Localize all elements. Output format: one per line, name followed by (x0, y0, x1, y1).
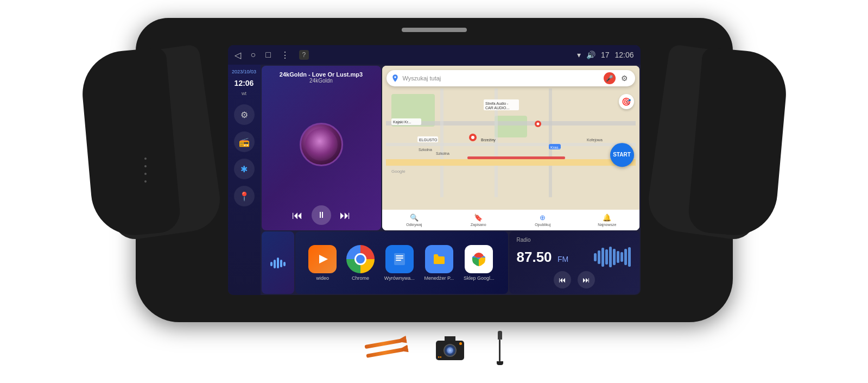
radio-controls: ⏮ ⏭ (517, 271, 632, 288)
next-track-button[interactable]: ⏭ (340, 209, 351, 222)
radio-label: Radio (517, 237, 632, 243)
sidebar-bluetooth-btn[interactable]: ✱ (234, 159, 255, 179)
sidebar-settings-btn[interactable]: ⚙ (234, 104, 255, 125)
map-search-text: Wyszukaj tutaj (403, 75, 441, 81)
radio-next-btn[interactable]: ⏭ (578, 271, 595, 288)
app-item-menedzer[interactable]: Menedżer P... (424, 245, 454, 281)
svg-text:Kajaki Kr...: Kajaki Kr... (393, 120, 411, 124)
svg-point-14 (536, 123, 539, 125)
app-launcher: wideo Chrome (295, 231, 508, 294)
svg-text:Brzeżiny: Brzeżiny (481, 138, 496, 142)
map-settings-icon[interactable]: ⚙ (619, 72, 631, 84)
svg-text:Kras...: Kras... (550, 146, 561, 149)
svg-rect-32 (280, 260, 282, 267)
back-button[interactable]: ◁ (235, 50, 241, 60)
radio-widget: Radio 87.50 FM (509, 231, 639, 294)
radio-band: FM (557, 255, 568, 263)
map-search-bar[interactable]: Wyszukaj tutaj 🎤 ⚙ (387, 70, 635, 86)
question-icon: ? (299, 50, 309, 60)
music-controls: ⏮ ⏸ ⏭ (267, 205, 376, 225)
svg-rect-4 (386, 121, 636, 125)
app-item-sklep[interactable]: Sklep Googl... (464, 245, 495, 281)
sidebar-location-btn[interactable]: 📍 (234, 186, 255, 206)
volume-level: 17 (601, 51, 610, 59)
radio-prev-btn[interactable]: ⏮ (554, 271, 571, 288)
svg-text:CAR AUDIO...: CAR AUDIO... (485, 106, 509, 110)
app-label-chrome: Chrome (352, 275, 369, 281)
music-wave-icon (269, 254, 287, 272)
status-bar: ◁ ○ □ ⋮ ? ▾ 🔊 17 12:06 (228, 45, 641, 65)
aux-cable (497, 331, 503, 365)
svg-rect-30 (274, 260, 276, 268)
prev-track-button[interactable]: ⏮ (292, 209, 303, 222)
wifi-icon: ▾ (577, 51, 581, 59)
music-player: 24kGoldn - Love Or Lust.mp3 24kGoldn ⏮ ⏸… (262, 66, 381, 230)
map-bottom-nav: 🔍 Odkrywaj 🔖 Zapisano ⊕ (382, 210, 639, 230)
app-label-sklep: Sklep Googl... (464, 275, 495, 281)
svg-rect-8 (549, 89, 552, 197)
app-item-wyrownywa[interactable]: Wyrównywa... (384, 245, 415, 281)
svg-text:Kofejowa: Kofejowa (587, 138, 603, 142)
svg-text:Szkolna: Szkolna (419, 148, 432, 152)
sidebar-day: wt (242, 91, 246, 96)
app-item-wideo[interactable]: wideo (308, 245, 337, 281)
svg-rect-9 (386, 159, 636, 166)
recent-button[interactable]: □ (265, 50, 271, 60)
map-nav-najnowsze[interactable]: 🔔 Najnowsze (575, 210, 639, 230)
map-start-btn[interactable]: START (610, 143, 634, 167)
map-nav-zapisano[interactable]: 🔖 Zapisano (446, 210, 511, 230)
app-label-wyrownywa: Wyrównywa... (384, 275, 415, 281)
map-widget: Wyszukaj tutaj 🎤 ⚙ (382, 66, 639, 230)
radio-frequency: 87.50 (517, 249, 552, 265)
pry-tools (364, 338, 404, 358)
svg-rect-35 (394, 253, 405, 265)
map-location-btn[interactable]: 🎯 (619, 94, 634, 109)
music-artist: 24kGoldn (267, 78, 376, 84)
accessories: ●● (365, 331, 503, 365)
svg-text:Google: Google (391, 169, 406, 174)
svg-rect-37 (396, 258, 403, 259)
map-mic-btn[interactable]: 🎤 (604, 72, 616, 84)
svg-rect-31 (277, 258, 279, 268)
volume-icon: 🔊 (586, 51, 595, 59)
svg-rect-36 (396, 255, 403, 256)
sidebar-radio-btn[interactable]: 📻 (234, 131, 255, 152)
map-nav-opublikuj[interactable]: ⊕ Opublikuj (511, 210, 575, 230)
svg-rect-10 (467, 156, 565, 159)
bottom-music-widget[interactable] (262, 231, 294, 294)
svg-text:Szkolna: Szkolna (436, 152, 449, 155)
sidebar-time: 12:06 (235, 79, 254, 87)
svg-text:Strefa Audio -: Strefa Audio - (485, 102, 509, 105)
sidebar-date: 2023/10/03 (232, 69, 256, 74)
menu-button[interactable]: ⋮ (281, 50, 289, 60)
screen: ◁ ○ □ ⋮ ? ▾ 🔊 17 12:06 2023/10/03 12:06 … (228, 45, 641, 295)
app-label-wideo: wideo (316, 275, 330, 281)
svg-point-12 (471, 136, 474, 139)
backup-camera: ●● (436, 336, 464, 360)
svg-rect-5 (386, 143, 636, 146)
svg-marker-34 (319, 255, 328, 263)
svg-rect-33 (283, 262, 286, 266)
top-bar (402, 28, 467, 32)
album-art (300, 123, 343, 166)
svg-rect-38 (396, 260, 401, 261)
svg-rect-3 (495, 116, 527, 137)
svg-rect-6 (440, 89, 443, 197)
app-item-chrome[interactable]: Chrome (346, 245, 375, 281)
map-nav-odkrywaj[interactable]: 🔍 Odkrywaj (382, 210, 447, 230)
left-sidebar: 2023/10/03 12:06 wt ⚙ 📻 ✱ 📍 (228, 65, 261, 295)
play-pause-button[interactable]: ⏸ (312, 205, 331, 225)
home-button[interactable]: ○ (251, 50, 256, 60)
svg-rect-29 (270, 262, 273, 266)
maps-logo (391, 74, 400, 83)
svg-text:ELGUSTO: ELGUSTO (419, 138, 438, 142)
car-frame: ◁ ○ □ ⋮ ? ▾ 🔊 17 12:06 2023/10/03 12:06 … (136, 18, 733, 322)
clock: 12:06 (614, 51, 633, 59)
app-label-menedzer: Menedżer P... (424, 275, 454, 281)
radio-wave-visual (594, 246, 632, 268)
music-title: 24kGoldn - Love Or Lust.mp3 (267, 71, 376, 78)
